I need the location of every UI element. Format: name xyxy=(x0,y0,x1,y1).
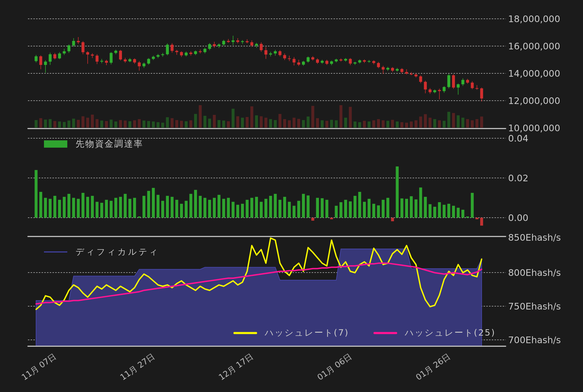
hashrate7-legend-swatch xyxy=(233,332,257,334)
price-axis-label-18m: 18,000,000 xyxy=(508,14,560,24)
price-axis-label-12m: 12,000,000 xyxy=(508,95,560,106)
price-axis-label-10m: 10,000,000 xyxy=(508,123,560,133)
funding-legend: 先物資金調達率 xyxy=(44,138,143,150)
chart-root: 18,000,000 16,000,000 14,000,000 12,000,… xyxy=(0,0,583,392)
hashrate-axis-label-750: 750Ehash/s xyxy=(508,301,561,312)
hashrate25-legend: ハッシュレート(25) xyxy=(374,327,496,339)
price-axis-label-16m: 16,000,000 xyxy=(508,41,560,52)
funding-axis-label-004: 0.04 xyxy=(508,133,528,144)
hashrate-axis-label-700: 700Ehash/s xyxy=(508,335,561,345)
hashrate25-legend-swatch xyxy=(374,332,397,334)
hashrate25-legend-label: ハッシュレート(25) xyxy=(405,327,496,339)
hashrate-axis-label-800: 800Ehash/s xyxy=(508,267,561,278)
hashrate7-legend: ハッシュレート(7) xyxy=(233,327,349,339)
hashrate7-legend-label: ハッシュレート(7) xyxy=(265,327,349,339)
funding-axis-label-000: 0.00 xyxy=(508,213,528,223)
difficulty-legend: ディフィカルティ xyxy=(44,246,159,258)
hashrate-axis-label-850: 850Ehash/s xyxy=(508,232,561,243)
funding-legend-label: 先物資金調達率 xyxy=(75,138,143,150)
funding-axis-label-002: 0.02 xyxy=(508,173,528,183)
funding-legend-swatch xyxy=(44,140,67,148)
difficulty-legend-swatch xyxy=(44,251,67,253)
price-axis-label-14m: 14,000,000 xyxy=(508,68,560,79)
difficulty-legend-label: ディフィカルティ xyxy=(75,246,159,258)
